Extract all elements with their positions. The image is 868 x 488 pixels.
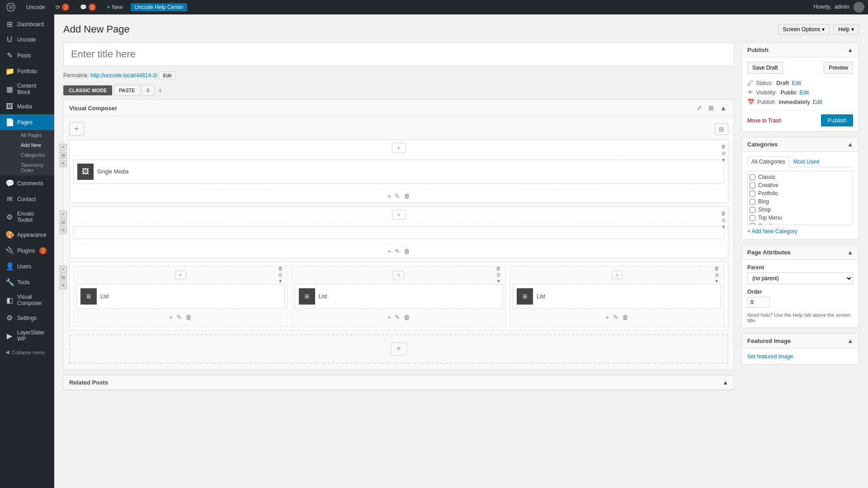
vc-row2-grid-btn[interactable]: ⊟ xyxy=(60,219,67,226)
vc-col3-1-footer-edit[interactable]: ✎ xyxy=(176,314,182,321)
vc-row1-footer-delete[interactable]: 🗑 xyxy=(404,192,410,200)
sidebar-item-content-block[interactable]: ▦ Content Block xyxy=(0,79,54,99)
vc-col3-3-footer-add[interactable]: + xyxy=(606,314,609,321)
vc-row1-edit-btn[interactable]: ✎ xyxy=(60,160,67,167)
submenu-taxonomy-order[interactable]: Taxonomy Order xyxy=(17,160,54,175)
sidebar-item-posts[interactable]: ✎ Posts xyxy=(0,47,54,63)
vc-col3-3-collapse-btn[interactable]: ▼ xyxy=(714,278,719,284)
sidebar-item-contact[interactable]: ✉ Contact xyxy=(0,191,54,207)
save-draft-btn[interactable]: Save Draft xyxy=(747,62,783,74)
add-new-category-btn[interactable]: + Add New Category xyxy=(747,228,797,235)
sidebar-item-layerslider[interactable]: ▶ LayerSlider WP xyxy=(0,326,54,346)
move-to-trash-btn[interactable]: Move to Trash xyxy=(747,117,782,124)
vc-row2-delete-btn[interactable]: 🗑 xyxy=(721,211,726,216)
vc-row1-delete-btn[interactable]: 🗑 xyxy=(721,144,726,150)
sidebar-item-visual-composer[interactable]: ◧ Visual Composer xyxy=(0,290,54,310)
vc-col3-2-collapse-btn[interactable]: ▼ xyxy=(496,278,501,284)
cat-checkbox-blog[interactable] xyxy=(750,199,755,205)
vc-grid-btn[interactable]: ⊞ xyxy=(707,103,716,113)
site-name[interactable]: Uncode xyxy=(24,4,47,10)
vc-element-list-2[interactable]: ≡ List xyxy=(295,284,503,309)
cat-checkbox-creative[interactable] xyxy=(750,183,755,188)
submenu-all-pages[interactable]: All Pages xyxy=(17,130,54,140)
vc-row2-copy-btn[interactable]: ⧉ xyxy=(721,217,726,223)
vc-element-empty[interactable] xyxy=(73,226,724,239)
title-input[interactable] xyxy=(64,43,734,66)
vc-row1-add-btn[interactable]: + xyxy=(392,143,406,153)
sidebar-item-uncode[interactable]: U Uncode xyxy=(0,32,54,47)
sidebar-item-media[interactable]: 🖼 Media xyxy=(0,99,54,114)
vc-row1-copy-btn[interactable]: ⧉ xyxy=(721,150,726,156)
add-row-area[interactable]: + xyxy=(69,334,728,364)
sidebar-item-portfolio[interactable]: 📁 Portfolio xyxy=(0,63,54,79)
publish-btn[interactable]: Publish xyxy=(821,114,853,127)
screen-options-btn[interactable]: Screen Options ▾ xyxy=(778,24,830,35)
vc-col3-2-footer-add[interactable]: + xyxy=(387,314,391,321)
cat-checkbox-shop[interactable] xyxy=(750,207,755,213)
vc-row3-grid-btn[interactable]: ⊟ xyxy=(60,274,67,281)
vc-col3-2-copy-btn[interactable]: ⧉ xyxy=(496,272,501,278)
vc-row2-footer-edit[interactable]: ✎ xyxy=(395,248,400,255)
featured-image-collapse-icon[interactable]: ▲ xyxy=(847,338,853,344)
vc-col3-2-footer-edit[interactable]: ✎ xyxy=(395,314,400,321)
back-btn[interactable]: ‹ xyxy=(156,85,164,95)
vc-col3-3-footer-delete[interactable]: 🗑 xyxy=(622,314,628,321)
wp-logo[interactable]: W xyxy=(4,3,18,12)
sidebar-item-pages[interactable]: 📄 Pages xyxy=(0,114,54,130)
vc-row1-footer-edit[interactable]: ✎ xyxy=(395,192,400,200)
publish-collapse-icon[interactable]: ▲ xyxy=(847,47,853,53)
vc-row2-edit-btn[interactable]: ✎ xyxy=(60,227,67,234)
page-attributes-collapse-icon[interactable]: ▲ xyxy=(847,249,853,256)
vc-col3-3-copy-btn[interactable]: ⧉ xyxy=(714,272,719,278)
set-featured-image-btn[interactable]: Set featured image xyxy=(747,353,793,360)
publish-time-edit-link[interactable]: Edit xyxy=(813,99,822,105)
plugin-link[interactable]: Uncode Help Center xyxy=(131,3,187,11)
comments[interactable]: 💬 0 xyxy=(77,4,99,11)
updates[interactable]: ⟳ 2 xyxy=(53,4,72,11)
sidebar-item-users[interactable]: 👤 Users xyxy=(0,258,54,274)
sidebar-item-dashboard[interactable]: ⊞ Dashboard xyxy=(0,16,54,32)
vc-col3-1-footer-delete[interactable]: 🗑 xyxy=(185,314,192,321)
collapse-menu-btn[interactable]: ◀ Collapse menu xyxy=(0,346,54,359)
vc-row1-footer-add[interactable]: + xyxy=(387,192,391,200)
vc-element-list-1[interactable]: ≡ List xyxy=(76,284,285,309)
vc-col3-3-delete-btn[interactable]: 🗑 xyxy=(714,266,719,272)
sidebar-item-plugins[interactable]: 🔌 Plugins 2 xyxy=(0,243,54,258)
vc-row2-collapse-btn[interactable]: ▼ xyxy=(721,224,726,230)
edit-permalink-btn[interactable]: Edit xyxy=(159,71,175,80)
submenu-add-new[interactable]: Add New xyxy=(17,140,54,150)
classic-mode-btn[interactable]: CLASSIC MODE xyxy=(63,85,112,95)
vc-row2-footer-add[interactable]: + xyxy=(387,248,391,255)
new-post[interactable]: + New xyxy=(104,4,125,10)
status-edit-link[interactable]: Edit xyxy=(792,80,801,86)
vc-col3-3-footer-edit[interactable]: ✎ xyxy=(613,314,618,321)
tab-most-used[interactable]: Most Used xyxy=(789,156,823,167)
related-posts-header[interactable]: Related Posts ▲ xyxy=(64,375,734,390)
vc-row1-collapse-btn[interactable]: ▼ xyxy=(721,157,726,163)
preview-btn[interactable]: Preview xyxy=(824,62,853,74)
vc-row1-move-btn[interactable]: + xyxy=(60,144,67,151)
paste-btn[interactable]: PASTE xyxy=(114,85,140,96)
add-row-btn[interactable]: + xyxy=(391,343,407,356)
categories-collapse-icon[interactable]: ▲ xyxy=(847,141,853,148)
vc-element-list-3[interactable]: ≡ List xyxy=(513,284,721,309)
vc-row3-edit-btn[interactable]: ✎ xyxy=(60,282,67,289)
cat-checkbox-overlay[interactable] xyxy=(750,223,755,225)
vc-col3-3-add-btn[interactable]: + xyxy=(611,271,623,279)
help-btn[interactable]: Help ▾ xyxy=(833,24,859,35)
tab-all-categories[interactable]: All Categories xyxy=(747,156,789,167)
permalink-url[interactable]: http://uncode.local/44814-2/ xyxy=(90,72,157,79)
vc-col3-1-copy-btn[interactable]: ⧉ xyxy=(278,272,283,278)
sidebar-item-comments[interactable]: 💬 Comments xyxy=(0,175,54,191)
vc-collapse-btn[interactable]: ▲ xyxy=(718,103,728,113)
vc-col3-2-add-btn[interactable]: + xyxy=(393,271,405,279)
vc-row2-footer-delete[interactable]: 🗑 xyxy=(404,248,410,255)
vc-row1-grid-btn[interactable]: ⊟ xyxy=(60,152,67,159)
sidebar-item-settings[interactable]: ⚙ Settings xyxy=(0,310,54,326)
submenu-categories[interactable]: Categories xyxy=(17,150,54,160)
sidebar-item-envato[interactable]: ⚙ Envato Toolkit xyxy=(0,207,54,227)
vc-row3-move-btn[interactable]: + xyxy=(60,266,67,273)
vc-element-single-media[interactable]: 🖼 Single Media xyxy=(73,160,724,184)
visibility-edit-link[interactable]: Edit xyxy=(799,89,809,96)
vc-row2-move-btn[interactable]: + xyxy=(60,211,67,218)
